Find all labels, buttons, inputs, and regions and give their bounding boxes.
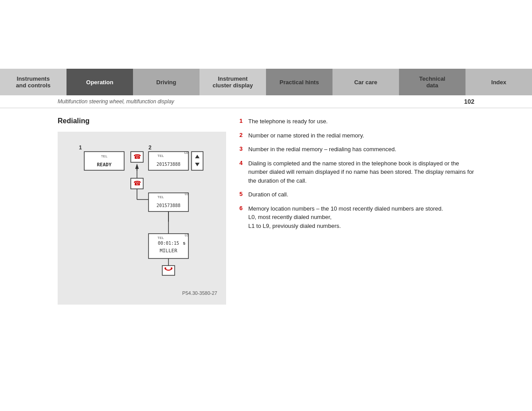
nav-operation[interactable]: Operation	[66, 69, 133, 95]
svg-text:MILLER: MILLER	[160, 248, 177, 254]
svg-text:2: 2	[149, 145, 152, 151]
items-list: 1The telephone is ready for use.2Number …	[239, 117, 474, 230]
svg-marker-6	[135, 164, 139, 169]
nav-driving[interactable]: Driving	[133, 69, 200, 95]
diagram-svg: 1 TEL READY ☎ 2 TEL L0 201573888	[66, 141, 217, 287]
page-number: 102	[464, 98, 474, 105]
list-item: 6Memory location numbers – the 10 most r…	[239, 204, 474, 231]
item-description: Dialing is completed and the name stored…	[248, 159, 474, 185]
svg-text:TEL: TEL	[157, 195, 164, 199]
svg-rect-7	[137, 169, 137, 171]
list-item: 2Number or name stored in the redial mem…	[239, 131, 474, 140]
list-item: 1The telephone is ready for use.	[239, 117, 474, 126]
svg-text:00:01:15: 00:01:15	[158, 241, 179, 246]
section-title: Redialing	[58, 117, 226, 125]
nav-practical-hints[interactable]: Practical hints	[266, 69, 332, 95]
svg-text:☎: ☎	[133, 180, 141, 187]
svg-text:5: 5	[183, 241, 185, 246]
breadcrumb: Multifunction steering wheel, multifunct…	[58, 98, 174, 105]
item-number: 3	[239, 145, 248, 154]
svg-rect-9	[149, 152, 188, 170]
item-description: Number in the redial memory – redialing …	[248, 145, 396, 154]
nav-technical-data[interactable]: Technical data	[399, 69, 466, 95]
diagram-container: 1 TEL READY ☎ 2 TEL L0 201573888	[58, 132, 226, 305]
list-item: 3Number in the redial memory – redialing…	[239, 145, 474, 154]
svg-text:TEL: TEL	[157, 154, 164, 158]
list-item: 4Dialing is completed and the name store…	[239, 159, 474, 185]
svg-rect-28	[149, 234, 188, 258]
item-number: 6	[239, 204, 248, 231]
svg-text:201573888: 201573888	[156, 203, 180, 208]
nav-index[interactable]: Index	[466, 69, 532, 95]
svg-point-37	[164, 267, 166, 269]
item-description: Memory location numbers – the 10 most re…	[248, 204, 443, 231]
list-item: 5Duration of call.	[239, 190, 474, 199]
svg-text:L0: L0	[185, 192, 188, 196]
item-description: Number or name stored in the redial memo…	[248, 131, 364, 140]
diagram-caption: P54.30-3580-27	[66, 290, 217, 296]
svg-rect-13	[192, 152, 203, 170]
nav-car-care[interactable]: Car care	[332, 69, 399, 95]
item-number: 5	[239, 190, 248, 199]
right-column: 1The telephone is ready for use.2Number …	[239, 117, 474, 305]
item-number: 1	[239, 117, 248, 126]
svg-text:L0: L0	[184, 151, 188, 154]
item-number: 4	[239, 159, 248, 185]
item-description: The telephone is ready for use.	[248, 117, 328, 126]
svg-point-38	[171, 267, 172, 269]
svg-rect-22	[149, 193, 188, 211]
page-header: Multifunction steering wheel, multifunct…	[0, 95, 532, 108]
navigation-bar: Instruments and controls Operation Drivi…	[0, 69, 532, 95]
item-description: Duration of call.	[248, 190, 288, 199]
svg-text:☎: ☎	[133, 153, 141, 160]
svg-text:L0: L0	[185, 234, 188, 237]
main-content: Redialing 1 TEL READY ☎ 2 TEL	[0, 108, 532, 313]
nav-instrument-cluster[interactable]: Instrument cluster display	[200, 69, 266, 95]
svg-text:READY: READY	[97, 162, 111, 168]
nav-instruments[interactable]: Instruments and controls	[0, 69, 66, 95]
svg-text:201573888: 201573888	[156, 162, 180, 167]
svg-text:TEL: TEL	[157, 236, 164, 240]
item-number: 2	[239, 131, 248, 140]
svg-text:1: 1	[79, 145, 82, 151]
svg-text:TEL: TEL	[101, 154, 108, 158]
left-column: Redialing 1 TEL READY ☎ 2 TEL	[58, 117, 226, 305]
